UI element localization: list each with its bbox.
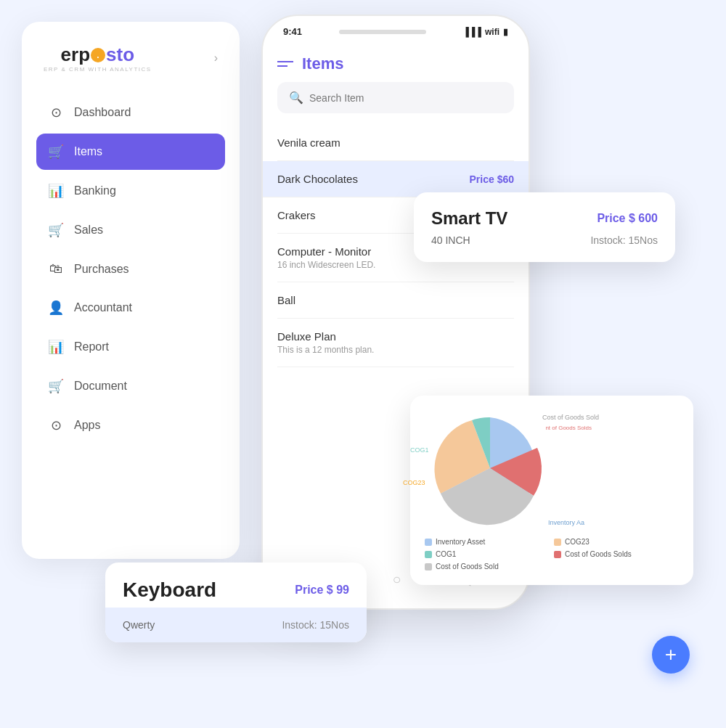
fab-add-button[interactable]: + <box>652 636 690 674</box>
logo-text-1: erp <box>61 44 90 66</box>
legend-label: Inventory Asset <box>436 538 485 546</box>
chevron-right-icon[interactable]: › <box>214 52 218 65</box>
search-icon: 🔍 <box>289 91 303 105</box>
notch <box>339 30 426 34</box>
item-name: Ball <box>277 294 295 306</box>
card-spec: Qwerty <box>123 619 155 631</box>
banking-icon: 📊 <box>48 183 64 199</box>
legend-label: COG23 <box>565 538 590 546</box>
logo-dot-icon: . <box>91 48 105 62</box>
sidebar-item-banking[interactable]: 📊 Banking <box>36 173 225 209</box>
sidebar-item-label: Purchases <box>74 263 129 276</box>
card-price: Price $ 600 <box>597 212 658 225</box>
sidebar-item-report[interactable]: 📊 Report <box>36 329 225 365</box>
item-name: Computer - Monitor <box>277 245 375 258</box>
keyboard-card-details: Qwerty Instock: 15Nos <box>105 608 367 642</box>
item-price: Price $60 <box>470 173 515 185</box>
card-instock: Instock: 15Nos <box>282 619 349 631</box>
dashboard-icon: ⊙ <box>48 105 64 120</box>
logo-text-2: sto <box>106 44 134 66</box>
signal-icon: ▐▐▐ <box>462 27 481 37</box>
sidebar-item-label: Items <box>74 145 102 158</box>
menu-icon[interactable] <box>277 61 293 67</box>
accountant-icon: 👤 <box>48 300 64 316</box>
apps-icon: ⊙ <box>48 417 64 433</box>
item-name: Deluxe Plan <box>277 330 374 343</box>
item-name: Crakers <box>277 209 316 221</box>
card-title: Smart TV <box>431 208 507 229</box>
brand-logo: erp . sto ERP & CRM WITH ANALYTICS <box>44 44 152 73</box>
item-name: Venila cream <box>277 136 340 149</box>
sidebar-item-items[interactable]: 🛒 Items <box>36 134 225 170</box>
legend-item: COG23 <box>554 538 679 546</box>
sidebar: erp . sto ERP & CRM WITH ANALYTICS › ⊙ D… <box>22 22 240 559</box>
smart-tv-card: Smart TV Price $ 600 40 INCH Instock: 15… <box>414 192 675 262</box>
document-icon: 🛒 <box>48 378 64 394</box>
legend-dot-cog1 <box>425 551 432 558</box>
card-title: Keyboard <box>123 578 216 602</box>
plus-icon: + <box>665 643 677 666</box>
sidebar-item-label: Report <box>74 340 109 353</box>
chart-label-inventory: Inventory Aa <box>548 519 584 526</box>
sales-icon: 🛒 <box>48 222 64 238</box>
chart-card: Cost of Goods Sold nt of Goods Solds COG… <box>410 396 693 585</box>
sidebar-item-label: Document <box>74 380 127 393</box>
phone-header: Items <box>277 43 514 82</box>
sidebar-item-accountant[interactable]: 👤 Accountant <box>36 290 225 326</box>
status-time: 9:41 <box>283 26 302 37</box>
sidebar-item-sales[interactable]: 🛒 Sales <box>36 212 225 248</box>
chart-label-cog1: COG1 <box>410 446 429 454</box>
item-sub: This is a 12 months plan. <box>277 345 374 355</box>
logo-subtitle: ERP & CRM WITH ANALYTICS <box>44 66 152 73</box>
sidebar-navigation: ⊙ Dashboard 🛒 Items 📊 Banking 🛒 Sales 🛍 … <box>36 94 225 443</box>
chart-legend: Inventory Asset COG23 COG1 Cost of Goods… <box>425 538 679 570</box>
sidebar-item-apps[interactable]: ⊙ Apps <box>36 407 225 443</box>
circle-icon[interactable]: ○ <box>392 571 401 588</box>
card-header: Keyboard Price $ 99 <box>123 578 349 602</box>
sidebar-item-label: Apps <box>74 419 100 432</box>
legend-dot-cog23 <box>554 539 561 546</box>
pie-chart: Cost of Goods Sold nt of Goods Solds COG… <box>425 410 555 526</box>
pie-chart-svg <box>425 410 555 526</box>
items-icon: 🛒 <box>48 144 64 160</box>
legend-label: Cost of Goods Solds <box>565 550 632 558</box>
card-price: Price $ 99 <box>295 584 349 597</box>
status-bar: 9:41 ▐▐▐ wifi ▮ <box>263 16 529 43</box>
legend-label: COG1 <box>436 550 456 558</box>
sidebar-item-label: Dashboard <box>74 106 131 119</box>
status-icons: ▐▐▐ wifi ▮ <box>462 27 508 37</box>
list-item[interactable]: Venila cream <box>277 125 514 161</box>
logo-area: erp . sto ERP & CRM WITH ANALYTICS › <box>36 44 225 73</box>
search-input[interactable] <box>309 92 502 104</box>
chart-label-cogs2: nt of Goods Solds <box>545 425 592 431</box>
report-icon: 📊 <box>48 339 64 355</box>
item-name: Dark Chocolates <box>277 173 358 185</box>
chart-area: Cost of Goods Sold nt of Goods Solds COG… <box>425 410 679 526</box>
legend-dot-cogs <box>554 551 561 558</box>
card-details: 40 INCH Instock: 15Nos <box>431 234 658 246</box>
item-sub: 16 inch Widescreen LED. <box>277 260 375 270</box>
keyboard-card: Keyboard Price $ 99 Qwerty Instock: 15No… <box>105 563 367 642</box>
sidebar-item-dashboard[interactable]: ⊙ Dashboard <box>36 94 225 131</box>
sidebar-item-purchases[interactable]: 🛍 Purchases <box>36 251 225 287</box>
card-header: Smart TV Price $ 600 <box>431 208 658 229</box>
sidebar-item-document[interactable]: 🛒 Document <box>36 368 225 404</box>
legend-dot-cogssold <box>425 563 432 570</box>
wifi-icon: wifi <box>485 27 499 37</box>
phone-page-title: Items <box>302 54 343 73</box>
legend-item: Cost of Goods Solds <box>554 550 679 558</box>
list-item[interactable]: Ball <box>277 282 514 319</box>
list-item[interactable]: Deluxe Plan This is a 12 months plan. <box>277 319 514 367</box>
legend-item: Inventory Asset <box>425 538 550 546</box>
sidebar-item-label: Accountant <box>74 301 132 314</box>
sidebar-item-label: Sales <box>74 224 103 237</box>
card-instock: Instock: 15Nos <box>590 234 658 246</box>
legend-dot-inventory <box>425 539 432 546</box>
purchases-icon: 🛍 <box>48 261 64 277</box>
chart-label-cog23: COG23 <box>403 479 425 486</box>
legend-label: Cost of Goods Sold <box>436 563 499 570</box>
chart-label-cogs: Cost of Goods Sold <box>542 414 599 421</box>
search-bar[interactable]: 🔍 <box>277 82 514 113</box>
card-details-row: Qwerty Instock: 15Nos <box>123 619 349 631</box>
sidebar-item-label: Banking <box>74 184 116 197</box>
